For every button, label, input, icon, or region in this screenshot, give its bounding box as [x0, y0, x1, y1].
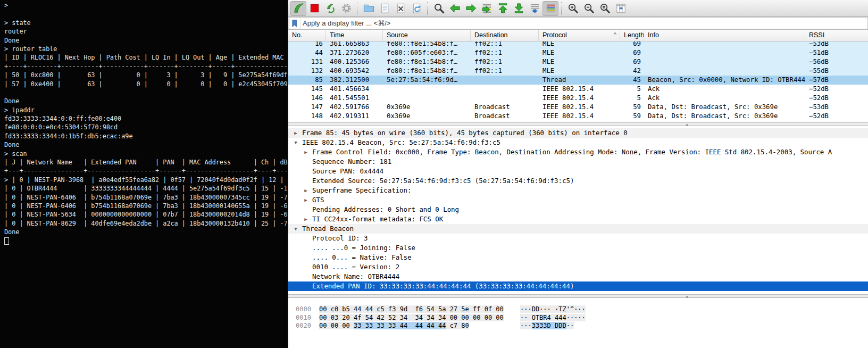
expand-arrow-icon[interactable]: ▶ [303, 147, 309, 157]
detail-row[interactable]: ▶Frame Control Field: 0xc000, Frame Type… [288, 147, 868, 157]
detail-text: .... 0... = Native: False [312, 253, 412, 262]
byte-segment: 00 00 00 [319, 322, 354, 329]
packet-row-selected[interactable]: 85382.3125005e:27:5a:54:f6:9d…Thread45Be… [288, 76, 868, 85]
start-capture-button[interactable] [290, 1, 306, 16]
cell-time: 401.545501 [326, 94, 383, 103]
reload-icon [411, 2, 423, 14]
pane-splitter-lower[interactable] [288, 294, 868, 298]
column-header-no[interactable]: No. [288, 30, 326, 41]
cell-dst [471, 85, 539, 94]
packet-row[interactable]: 132400.693542fe80::f8e1:54b8:f…ff02::1ML… [288, 67, 868, 76]
save-file-button[interactable] [377, 1, 393, 16]
detail-text: Source PAN: 0x4444 [312, 167, 383, 176]
hex-row[interactable]: 001000 03 20 4f 54 42 52 34 34 34 34 00 … [288, 314, 868, 322]
zoom-in-button[interactable] [565, 1, 581, 16]
terminal-line: > ipaddr [4, 106, 296, 114]
terminal-window[interactable]: >> staterouterDone> router table| ID | R… [0, 0, 296, 348]
cell-src: fe80::f8e1:54b8:f… [383, 42, 471, 48]
capture-options-button[interactable] [338, 1, 354, 16]
last-packet-button[interactable] [511, 1, 527, 16]
packet-row[interactable]: 145401.456634IEEE 802.15.45Ack−52dB [288, 85, 868, 94]
column-header-info[interactable]: Info [644, 30, 805, 41]
cell-info [644, 42, 805, 48]
cell-time: 401.456634 [326, 85, 383, 94]
cell-src: fe80::f8e1:54b8:f… [383, 57, 471, 67]
detail-text: Frame Control Field: 0xc000, Frame Type:… [312, 147, 832, 157]
bookmark-icon[interactable] [289, 18, 301, 29]
detail-row[interactable]: Sequence Number: 181 [288, 157, 868, 167]
hex-offset: 0000 [296, 305, 311, 313]
wireshark-window: No.TimeSourceDestinationProtocol^LengthI… [288, 0, 868, 348]
detail-row[interactable]: .... ...0 = Joining: False [288, 243, 868, 253]
detail-row[interactable]: ▼IEEE 802.15.4 Beacon, Src: 5e:27:5a:54:… [288, 138, 868, 147]
terminal-line: +---+----------------+------------------… [4, 167, 296, 175]
terminal-line: fe80:0:0:0:e0c4:5304:5f70:98cd [4, 123, 296, 131]
zoom-original-button[interactable] [597, 1, 613, 16]
detail-row[interactable]: Protocol ID: 3 [288, 234, 868, 243]
terminal-line: Done [4, 36, 296, 45]
expand-arrow-icon[interactable]: ▶ [293, 128, 299, 138]
cell-rssi: −52dB [805, 94, 868, 103]
detail-row[interactable]: ▼Thread Beacon [288, 224, 868, 234]
splitter-handle-dot [686, 296, 688, 298]
packet-row[interactable]: 146401.545501IEEE 802.15.45Ack−52dB [288, 94, 868, 103]
packet-list-header: No.TimeSourceDestinationProtocol^LengthI… [288, 30, 868, 42]
toolbar-separator [357, 2, 358, 15]
colorize-button[interactable] [542, 1, 558, 16]
expand-arrow-icon[interactable]: ▶ [303, 195, 309, 205]
previous-packet-button[interactable] [447, 1, 463, 16]
detail-row[interactable]: ▶Frame 85: 45 bytes on wire (360 bits), … [288, 128, 868, 138]
packet-row[interactable]: 131400.125366fe80::f8e1:54b8:f…ff02::1ML… [288, 57, 868, 67]
arrow-up-bar-icon [497, 2, 509, 14]
detail-row[interactable]: ▶TI CC24xx-format metadata: FCS OK [288, 214, 868, 224]
auto-scroll-button[interactable] [527, 1, 542, 16]
detail-row[interactable]: Pending Addresses: 0 Short and 0 Long [288, 205, 868, 214]
open-file-button[interactable] [361, 1, 377, 16]
display-filter-input[interactable] [301, 19, 867, 27]
detail-row[interactable]: ▶Superframe Specification: [288, 186, 868, 195]
cell-src: fe80::605f:e603:f… [383, 48, 471, 57]
column-header-dst[interactable]: Destination [471, 30, 539, 41]
find-packet-button[interactable] [431, 1, 447, 16]
close-file-button[interactable] [393, 1, 408, 16]
close-file-icon [395, 2, 407, 14]
packet-row[interactable]: 44371.273620fe80::605f:e603:f…ff02::1MLE… [288, 48, 868, 57]
hex-row[interactable]: 002000 00 00 33 33 33 33 44 44 44 44 c7 … [288, 322, 868, 330]
zoom-original-icon [599, 2, 611, 14]
detail-row[interactable]: Extended Source: 5e:27:5a:54:f6:9d:f3:c5… [288, 176, 868, 186]
reload-file-button[interactable] [408, 1, 424, 16]
first-packet-button[interactable] [495, 1, 511, 16]
packet-row[interactable]: 16361.665863fe80::f8e1:54b8:f…ff02::1MLE… [288, 42, 868, 48]
column-header-len[interactable]: Length [620, 30, 644, 41]
stop-capture-button[interactable] [306, 1, 322, 16]
detail-row[interactable]: ▶GTS [288, 195, 868, 205]
packet-row[interactable]: 147402.5917660x369eBroadcastIEEE 802.15.… [288, 103, 868, 112]
collapse-arrow-icon[interactable]: ▼ [293, 224, 299, 234]
resize-columns-button[interactable] [613, 1, 629, 16]
go-to-packet-button[interactable] [479, 1, 495, 16]
detail-row[interactable]: .... 0... = Native: False [288, 253, 868, 262]
cell-proto: MLE [539, 48, 620, 57]
detail-row[interactable]: 0010 .... = Version: 2 [288, 262, 868, 272]
pane-splitter-upper[interactable] [288, 122, 868, 126]
collapse-arrow-icon[interactable]: ▼ [293, 138, 299, 147]
next-packet-button[interactable] [463, 1, 479, 16]
packet-row[interactable]: 148402.9193110x369eBroadcastIEEE 802.15.… [288, 112, 868, 121]
detail-row[interactable]: Source PAN: 0x4444 [288, 167, 868, 176]
detail-row-selected[interactable]: Extended PAN ID: 33:33:33:33:44:44:44:44… [288, 281, 868, 291]
detail-row[interactable]: Network Name: OTBR4444 [288, 272, 868, 281]
cell-len: 59 [620, 103, 644, 112]
goto-packet-icon [481, 2, 493, 14]
zoom-out-button[interactable] [581, 1, 597, 16]
column-header-src[interactable]: Source [383, 30, 471, 41]
terminal-line: > | 0 | NEST-PAN-3968 | a0e4edf55fea6a82… [4, 176, 296, 184]
hex-row[interactable]: 000000 c0 b5 44 44 c5 f3 9d f6 54 5a 27 … [288, 305, 868, 314]
expand-arrow-icon[interactable]: ▶ [303, 186, 309, 195]
column-header-time[interactable]: Time [326, 30, 383, 41]
column-header-proto[interactable]: Protocol^ [539, 30, 620, 41]
restart-capture-button[interactable] [322, 1, 338, 16]
detail-text: Protocol ID: 3 [312, 234, 368, 243]
terminal-line: Done [4, 228, 296, 236]
column-header-rssi[interactable]: RSSI [805, 30, 868, 41]
expand-arrow-icon[interactable]: ▶ [303, 214, 309, 224]
